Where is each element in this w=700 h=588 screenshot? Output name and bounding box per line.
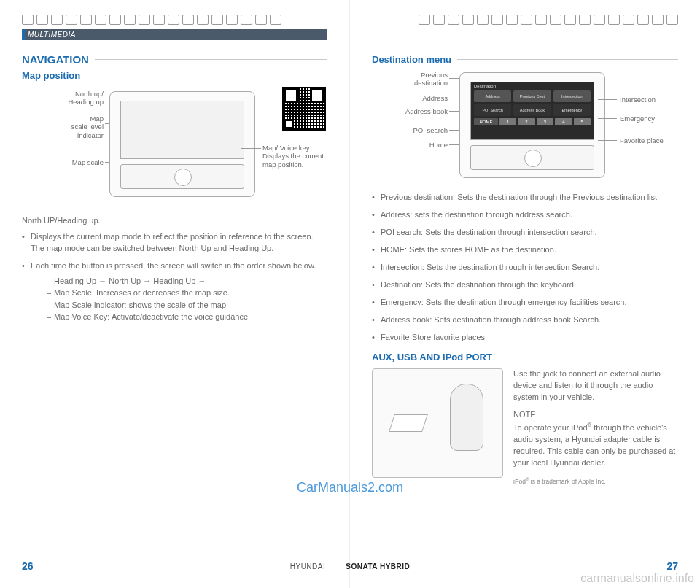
bullet-item: Favorite Store favorite places. [372, 332, 678, 344]
top-icon [211, 15, 223, 25]
top-icon [419, 15, 430, 25]
top-icon [153, 15, 165, 25]
sub-bullet: Heading Up → North Up → Heading Up → [47, 275, 327, 287]
section-band: MULTIMEDIA [22, 29, 327, 40]
nav-device-illustration: Destination Address Previous Dest Inters… [459, 72, 605, 178]
bullet-item: Each time the button is pressed, the scr… [22, 260, 327, 323]
callout-north-up: North up/ Heading up [22, 90, 104, 107]
map-position-diagram: North up/ Heading up Map scale level ind… [22, 85, 327, 209]
callout-poi-search: POI search [372, 126, 448, 134]
top-icon [462, 15, 474, 25]
top-icon [66, 15, 77, 25]
callout-lead [241, 148, 261, 149]
bullet-item: HOME: Sets the stores HOME as the destin… [372, 244, 678, 256]
top-icon [241, 15, 252, 25]
bullet-item: Previous destination: Sets the destinati… [372, 192, 678, 204]
page-right: Destination menu Previous destination Ad… [350, 0, 700, 588]
top-icon [448, 15, 459, 25]
top-icon [182, 15, 194, 25]
fav-slot: 2 [518, 118, 534, 125]
top-icon [168, 15, 179, 25]
fav-slot: 3 [537, 118, 553, 125]
callout-lead [598, 99, 617, 100]
top-icon [666, 15, 678, 25]
device-controls [120, 164, 244, 189]
callout-map-scale: Map scale [22, 158, 104, 166]
bullet-item: Address: sets the destination through ad… [372, 209, 678, 221]
top-icon [623, 15, 634, 25]
footer-brand: HYUNDAI [290, 562, 326, 570]
bullet-text: Each time the button is pressed, the scr… [31, 261, 316, 270]
tile-intersection: Intersection [553, 90, 591, 102]
tile-previous-dest: Previous Dest [513, 90, 551, 102]
callout-address: Address [372, 94, 448, 102]
top-icon [197, 15, 209, 25]
heading-text: NAVIGATION [22, 53, 89, 66]
callout-previous-destination: Previous destination [372, 71, 448, 88]
aux-section: AUX USB iPod Use the jack to connect an … [372, 368, 678, 485]
callout-favorite-place: Favorite place [620, 136, 664, 144]
callout-lead [598, 140, 617, 141]
callout-address-book: Address book [372, 107, 448, 115]
top-icon [22, 15, 34, 25]
top-icon [564, 15, 576, 25]
destination-bullets: Previous destination: Sets the destinati… [372, 192, 678, 343]
sub-bullet: Map Scale indicator: shows the scale of … [47, 299, 327, 312]
bullet-item: Intersection: Sets the destination throu… [372, 262, 678, 274]
top-icon [255, 15, 267, 25]
nav-device-illustration [109, 91, 255, 197]
heading-text: Destination menu [372, 54, 451, 65]
device-controls [470, 145, 594, 170]
screen-header: Destination [471, 82, 594, 88]
callout-intersection: Intersection [620, 96, 656, 104]
footnote-part: iPod [513, 477, 526, 484]
top-icon [36, 15, 48, 25]
map-position-bullets: Displays the current map mode to reflect… [22, 231, 327, 323]
callout-voice-key: Map/ Voice key: Displays the current map… [262, 144, 324, 169]
top-icon [95, 15, 106, 25]
top-icon [535, 15, 547, 25]
heading-navigation: NAVIGATION [22, 53, 327, 66]
top-icon [594, 15, 605, 25]
heading-text: Map position [22, 70, 80, 81]
top-icon [124, 15, 136, 25]
footer: HYUNDAI SONATA HYBRID [0, 562, 700, 570]
watermark-carmanualsonline: carmanualsonline.info [580, 572, 694, 585]
top-icon [521, 15, 532, 25]
bullet-item: Address book: Sets destination through a… [372, 314, 678, 326]
sub-bullet: Map Voice Key: Activate/deactivate the v… [47, 311, 327, 323]
top-icon [550, 15, 561, 25]
aux-paragraph: Use the jack to connect an external audi… [513, 368, 678, 403]
sub-bullet: Map Scale: Increases or decreases the ma… [47, 287, 327, 299]
sub-bullets: Heading Up → North Up → Heading Up → Map… [47, 275, 327, 323]
top-icon-strip [22, 15, 327, 25]
fav-slot: 5 [574, 118, 591, 125]
top-icon [506, 15, 518, 25]
bullet-item: Displays the current map mode to reflect… [22, 231, 327, 255]
tile-address: Address [474, 90, 511, 102]
callout-lead [598, 118, 617, 119]
callout-emergency: Emergency [620, 115, 655, 123]
top-icon [109, 15, 121, 25]
footnote-part: is a trademark of Apple Inc. [529, 477, 605, 484]
top-icon [433, 15, 445, 25]
aux-port-label: AUX USB iPod [394, 417, 424, 422]
fav-home: HOME [474, 118, 498, 125]
tile-address-book: Address Book [513, 104, 551, 116]
device-screen: Destination Address Previous Dest Inters… [470, 82, 594, 140]
heading-map-position: Map position [22, 70, 327, 81]
heading-destination-menu: Destination menu [372, 54, 678, 65]
tile-emergency: Emergency [553, 104, 591, 116]
callout-scale-indicator: Map scale level indicator [22, 115, 104, 139]
ipod-trademark-footnote: iPod® is a trademark of Apple Inc. [513, 476, 678, 486]
top-icon [477, 15, 489, 25]
note-body-part: To operate your iPod [513, 423, 588, 432]
page-left: MULTIMEDIA NAVIGATION Map position North… [0, 0, 350, 588]
note-heading: NOTE [513, 409, 678, 421]
fav-slot: 1 [499, 118, 516, 125]
bullet-item: POI search: Sets the destination through… [372, 227, 678, 239]
lead-paragraph: North UP/Heading up. [22, 215, 327, 227]
top-icon [139, 15, 150, 25]
heading-text: AUX, USB AND iPod PORT [372, 352, 492, 363]
note-body: To operate your iPod® through the vehicl… [513, 421, 678, 468]
